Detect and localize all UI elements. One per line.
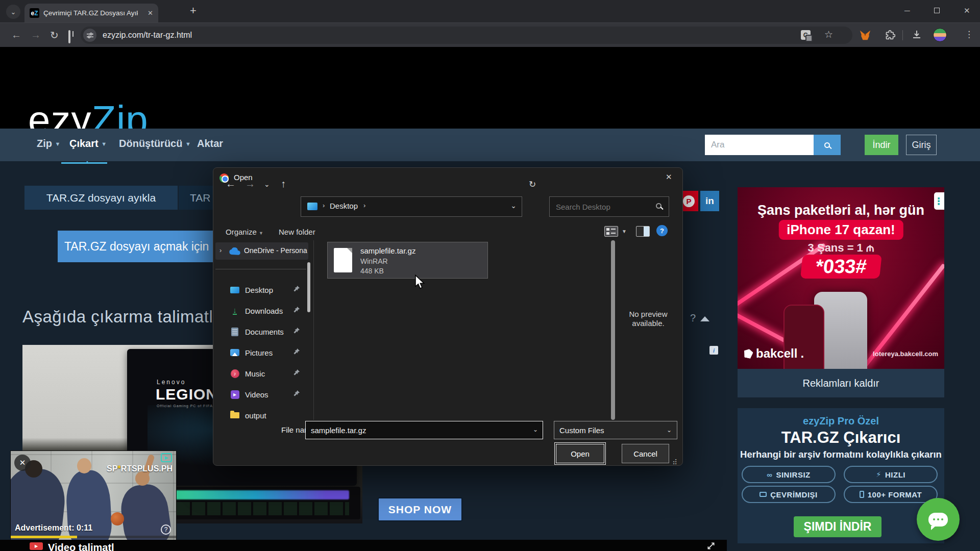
shop-now-button[interactable]: SHOP NOW — [378, 497, 462, 521]
ad-help-icon[interactable]: ? — [161, 524, 171, 535]
video-instructions-bar[interactable]: ▶ Video talimatl — [0, 540, 727, 551]
pro-eyebrow: ezyZip Pro Özel — [738, 415, 944, 427]
advertisement-label: Advertisement: 0:11 — [15, 523, 92, 533]
profile-avatar[interactable] — [933, 28, 947, 42]
bakcell-icon — [743, 348, 753, 359]
expand-chevron-icon[interactable]: › — [219, 246, 222, 254]
nav-item-aktar[interactable]: Aktar — [197, 138, 223, 149]
organize-menu[interactable]: Organize ▼ — [226, 228, 263, 236]
laptop-caption-text: Official Gaming PC of FIFA — [157, 404, 213, 408]
metamask-icon[interactable] — [860, 30, 871, 43]
laptop-brand-text: Lenovo — [157, 379, 186, 386]
cancel-button[interactable]: Cancel — [622, 444, 669, 463]
back-icon[interactable]: ← — [11, 29, 21, 41]
file-name: samplefile.tar.gz — [360, 246, 415, 255]
site-header: ezyZip The simple file tools — [0, 47, 980, 129]
file-type-dropdown-icon: ⌄ — [667, 427, 672, 434]
sidebar-item-documents[interactable]: Documents — [213, 322, 311, 341]
dialog-recent-chevron-icon[interactable]: ⌄ — [264, 180, 270, 188]
new-folder-button[interactable]: New folder — [279, 228, 315, 236]
login-button[interactable]: Giriş — [906, 135, 937, 155]
preview-pane-message: No preview available. — [617, 310, 680, 328]
extensions-puzzle-icon[interactable] — [885, 30, 895, 43]
file-name-dropdown-icon[interactable]: ⌄ — [533, 426, 538, 433]
reload-icon[interactable]: ↻ — [50, 29, 59, 41]
dialog-close-icon[interactable]: ✕ — [666, 172, 672, 182]
dialog-back-icon[interactable]: ← — [226, 178, 236, 190]
translate-icon[interactable]: G — [801, 30, 811, 40]
file-tile-selected[interactable]: samplefile.tar.gz WinRAR 448 KB — [327, 242, 488, 279]
pin-icon — [293, 348, 300, 357]
site-search-input[interactable] — [705, 135, 814, 155]
dialog-refresh-icon[interactable]: ↻ — [529, 179, 536, 190]
view-mode-icon[interactable] — [604, 226, 618, 237]
sidebar-item-music[interactable]: ♪ Music — [213, 364, 311, 383]
view-mode-dropdown-icon[interactable]: ▼ — [622, 229, 627, 234]
tab-search-button[interactable]: ⌄ — [6, 5, 20, 19]
badge-fast: ⚡HIZLI — [844, 466, 938, 483]
mouse-cursor — [414, 274, 426, 290]
bookmark-star-icon[interactable]: ☆ — [824, 29, 833, 40]
video-ad[interactable]: ✕ ▶ SP*RTSPLUS.PH Advertisement: 0:11 ? — [11, 451, 176, 540]
download-now-button[interactable]: ŞIMDI İNDİR — [794, 516, 881, 537]
tab-title: Çevrimiçi TAR.GZ Dosyası Ayıkla — [43, 9, 138, 17]
chat-fab-button[interactable] — [917, 498, 960, 541]
pin-icon — [293, 306, 300, 315]
dialog-up-icon[interactable]: ↑ — [281, 178, 286, 190]
ad-info-icon[interactable]: i — [709, 346, 718, 355]
bakcell-ad[interactable]: Şans paketləri al, hər gün iPhone 17 qaz… — [738, 187, 944, 369]
file-type-select[interactable]: Custom Files ⌄ — [554, 421, 677, 439]
pro-promo-panel: ezyZip Pro Özel TAR.GZ Çıkarıcı Herhangi… — [738, 408, 944, 543]
window-maximize-button[interactable] — [934, 8, 940, 13]
site-search-button[interactable] — [814, 135, 841, 155]
window-minimize-button[interactable]: ─ — [904, 6, 910, 15]
help-icon[interactable]: ? — [690, 312, 696, 324]
sidebar-item-videos[interactable]: ▶ Videos — [213, 385, 311, 404]
pro-title: TAR.GZ Çıkarıcı — [738, 429, 944, 447]
preview-pane-icon[interactable] — [636, 226, 650, 237]
onedrive-cloud-icon — [229, 247, 241, 255]
window-close-button[interactable]: ✕ — [964, 6, 970, 15]
sidebar-item-onedrive[interactable]: › OneDrive - Persona — [215, 242, 308, 260]
address-dropdown-icon[interactable]: ⌄ — [510, 202, 517, 210]
dialog-search-input[interactable] — [550, 197, 669, 216]
download-button[interactable]: İndir — [865, 135, 898, 155]
ad-close-icon[interactable]: ✕ — [14, 455, 31, 471]
badge-offline: ÇEVRİMDIŞI — [742, 486, 836, 503]
nav-item-donusturucu[interactable]: Dönüştürücü ▼ — [119, 138, 191, 149]
remove-ads-button[interactable]: Reklamları kaldır — [738, 369, 944, 397]
downloads-icon: ↓ — [233, 307, 237, 315]
content-tab-extract[interactable]: TAR.GZ dosyayı ayıkla — [24, 186, 178, 210]
reader-mode-icon[interactable] — [68, 31, 70, 43]
ad-options-icon[interactable]: ⋮ — [934, 192, 944, 210]
dialog-search-box[interactable] — [549, 196, 669, 217]
tune-icon[interactable] — [83, 29, 96, 42]
sidebar-scrollbar[interactable] — [307, 262, 310, 312]
laptop-model-text: LEGION — [156, 386, 217, 403]
open-button[interactable]: Open — [556, 444, 604, 463]
sidebar-item-output[interactable]: output — [213, 406, 311, 420]
file-list-scrollbar[interactable] — [611, 240, 615, 420]
nav-item-cikart[interactable]: Çıkart ▼ — [69, 138, 107, 149]
tab-close-icon[interactable]: ✕ — [148, 9, 153, 17]
dialog-forward-icon[interactable]: → — [245, 178, 255, 190]
downloads-icon[interactable] — [912, 30, 922, 42]
linkedin-share-button[interactable]: in — [700, 191, 719, 211]
breadcrumb-desktop[interactable]: Desktop — [330, 202, 358, 210]
browser-tab[interactable]: eZ Çevrimiçi TAR.GZ Dosyası Ayıkla ✕ — [24, 4, 158, 22]
sidebar-item-pictures[interactable]: Pictures — [213, 343, 311, 362]
address-bar[interactable]: › Desktop › ⌄ — [301, 196, 522, 217]
browser-menu-icon[interactable]: ⋮ — [965, 29, 973, 40]
help-icon[interactable]: ? — [656, 225, 668, 236]
nav-item-zip[interactable]: Zip ▼ — [37, 138, 60, 149]
forward-icon[interactable]: → — [31, 29, 41, 41]
sidebar-item-downloads[interactable]: ↓ Downloads — [213, 301, 311, 320]
collapse-arrow-icon[interactable] — [700, 316, 709, 321]
sidebar-item-desktop[interactable]: Desktop — [213, 280, 311, 299]
new-tab-button[interactable]: + — [190, 5, 197, 16]
resize-grip[interactable]: ⣴ — [672, 456, 677, 464]
file-name-input[interactable] — [305, 421, 543, 439]
pro-subtitle: Herhangi bir arşiv formatını kolaylıkla … — [738, 449, 944, 460]
fullscreen-expand-icon[interactable] — [706, 541, 716, 550]
url-bar[interactable]: ezyzip.com/tr-tar-gz.html G ☆ — [81, 27, 852, 44]
